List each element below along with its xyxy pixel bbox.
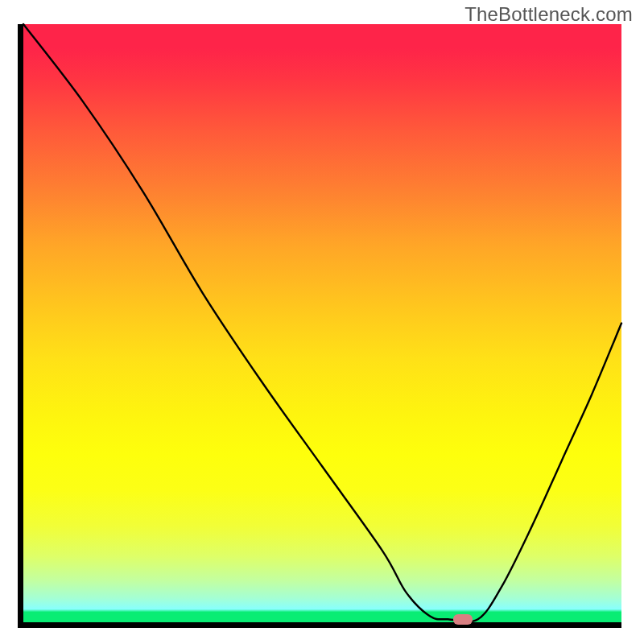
x-axis-line xyxy=(18,622,621,628)
y-axis-line xyxy=(18,24,23,622)
optimal-marker xyxy=(453,614,473,625)
chart-frame: TheBottleneck.com xyxy=(0,0,644,644)
bottleneck-curve xyxy=(23,24,621,622)
attribution-text: TheBottleneck.com xyxy=(464,3,633,26)
